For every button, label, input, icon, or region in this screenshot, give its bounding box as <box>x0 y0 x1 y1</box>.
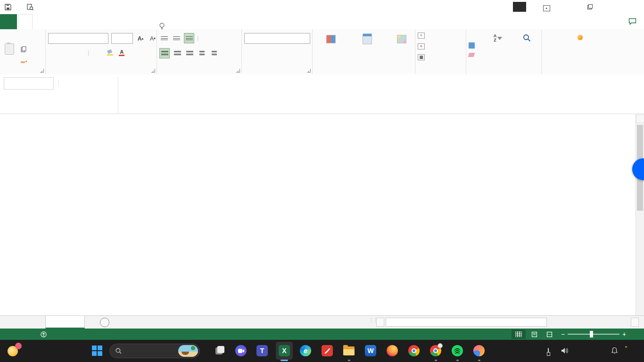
tab-formulas[interactable] <box>64 14 77 29</box>
decrease-decimal-icon[interactable] <box>303 48 313 58</box>
currency-icon[interactable] <box>244 48 254 58</box>
horizontal-scrollbar[interactable] <box>376 318 640 327</box>
scroll-right-icon[interactable] <box>631 318 639 327</box>
increase-indent-icon[interactable] <box>209 49 219 58</box>
spotify-icon[interactable] <box>451 344 464 357</box>
restore-button[interactable] <box>579 0 601 14</box>
tab-archivo[interactable] <box>0 14 17 29</box>
weather-widget-icon[interactable] <box>7 344 21 358</box>
sheet-tab[interactable] <box>45 316 85 329</box>
normal-view-icon[interactable] <box>512 329 526 339</box>
align-left-icon[interactable] <box>159 48 170 58</box>
zoom-slider[interactable] <box>568 334 619 335</box>
number-dialog-launcher-icon[interactable] <box>307 69 311 73</box>
orientation-icon[interactable] <box>201 33 211 43</box>
tab-insertar[interactable] <box>34 14 48 29</box>
zoom-slider-thumb[interactable] <box>590 331 593 337</box>
format-as-table-icon <box>363 34 372 44</box>
scroll-up-icon[interactable] <box>636 115 644 123</box>
sign-in-button[interactable] <box>513 2 526 12</box>
print-preview-icon[interactable] <box>27 4 33 10</box>
fill-icon[interactable] <box>469 42 475 49</box>
pdfelement-icon[interactable] <box>321 344 334 357</box>
chrome-icon[interactable] <box>407 344 421 357</box>
shrink-font-icon[interactable]: A▾ <box>148 34 157 43</box>
align-bottom-icon[interactable] <box>184 33 194 43</box>
page-break-view-icon[interactable] <box>542 329 556 339</box>
teams-icon[interactable]: T <box>256 344 269 357</box>
merge-center-icon[interactable] <box>222 49 231 58</box>
align-center-icon[interactable] <box>173 49 182 58</box>
wrap-text-icon[interactable] <box>216 33 226 43</box>
tab-vista[interactable] <box>108 14 121 29</box>
save-icon[interactable] <box>5 4 11 10</box>
search-box[interactable] <box>109 344 200 358</box>
start-button[interactable] <box>91 344 104 357</box>
increase-decimal-icon[interactable] <box>289 48 299 58</box>
tab-revisar[interactable] <box>93 14 107 29</box>
alignment-dialog-launcher-icon[interactable] <box>236 69 240 73</box>
comments-icon[interactable] <box>628 18 636 26</box>
autosum-icon[interactable] <box>469 32 478 41</box>
font-name-combo[interactable] <box>48 33 108 44</box>
font-size-combo[interactable] <box>111 33 133 44</box>
clear-icon[interactable] <box>468 53 475 57</box>
horizontal-scroll-thumb[interactable] <box>386 318 547 327</box>
font-color-icon[interactable]: A <box>119 50 124 56</box>
format-as-table-button[interactable] <box>351 34 384 46</box>
cut-icon[interactable] <box>19 33 28 42</box>
find-select-button[interactable] <box>513 34 540 44</box>
clipboard-dialog-launcher-icon[interactable] <box>40 69 44 73</box>
comma-style-icon[interactable] <box>276 48 285 58</box>
underline-button[interactable] <box>73 48 82 58</box>
minimize-button[interactable] <box>557 0 579 14</box>
bold-button[interactable] <box>48 48 58 58</box>
scroll-left-icon[interactable] <box>376 318 384 327</box>
meet-camera-app-icon[interactable] <box>234 344 248 357</box>
word-icon[interactable]: W <box>364 344 377 357</box>
align-middle-icon[interactable] <box>172 33 181 43</box>
network-icon[interactable] <box>548 348 549 362</box>
conditional-formatting-button[interactable] <box>316 35 346 45</box>
edge-icon[interactable]: e <box>299 344 312 357</box>
vertical-scrollbar[interactable] <box>636 115 644 315</box>
grow-font-icon[interactable]: A▴ <box>136 34 145 43</box>
number-format-combo[interactable] <box>244 33 310 44</box>
sort-filter-button[interactable]: AZ <box>484 34 512 44</box>
tab-inicio[interactable] <box>18 14 33 30</box>
chrome-profile-icon[interactable] <box>429 344 442 357</box>
clock[interactable] <box>574 345 605 362</box>
copy-icon[interactable] <box>19 44 28 54</box>
close-button[interactable] <box>616 0 644 14</box>
align-top-icon[interactable] <box>159 33 169 43</box>
notifications-bell-icon[interactable] <box>611 347 618 362</box>
tab-datos[interactable] <box>79 14 92 29</box>
zoom-in-icon[interactable]: + <box>622 329 626 340</box>
paint-app-icon[interactable] <box>472 344 486 357</box>
page-layout-view-icon[interactable] <box>527 329 541 339</box>
addins-button[interactable] <box>560 35 600 44</box>
tab-disposicion[interactable] <box>49 14 62 29</box>
ribbon-display-options-button[interactable]: ▴ <box>536 0 557 14</box>
format-painter-icon[interactable] <box>19 56 28 65</box>
file-explorer-icon[interactable] <box>342 344 355 357</box>
task-view-button[interactable] <box>213 344 226 357</box>
name-box[interactable] <box>4 77 54 90</box>
align-right-icon[interactable] <box>185 49 194 58</box>
new-sheet-icon[interactable] <box>100 318 109 327</box>
decrease-indent-icon[interactable] <box>197 49 206 58</box>
font-dialog-launcher-icon[interactable] <box>151 69 155 73</box>
accessibility-status[interactable] <box>41 329 49 340</box>
tab-pdfelement[interactable] <box>138 14 151 29</box>
formula-input[interactable] <box>118 76 632 114</box>
volume-icon[interactable] <box>561 347 569 362</box>
firefox-icon[interactable] <box>386 344 399 357</box>
excel-icon[interactable]: X <box>278 344 291 357</box>
italic-button[interactable] <box>60 48 70 58</box>
percent-icon[interactable] <box>262 48 272 58</box>
cell-styles-button[interactable] <box>388 35 415 45</box>
zoom-out-icon[interactable]: − <box>561 329 565 340</box>
borders-icon[interactable] <box>92 48 101 58</box>
fill-color-icon[interactable] <box>107 50 113 56</box>
tab-ayuda[interactable] <box>123 14 136 29</box>
